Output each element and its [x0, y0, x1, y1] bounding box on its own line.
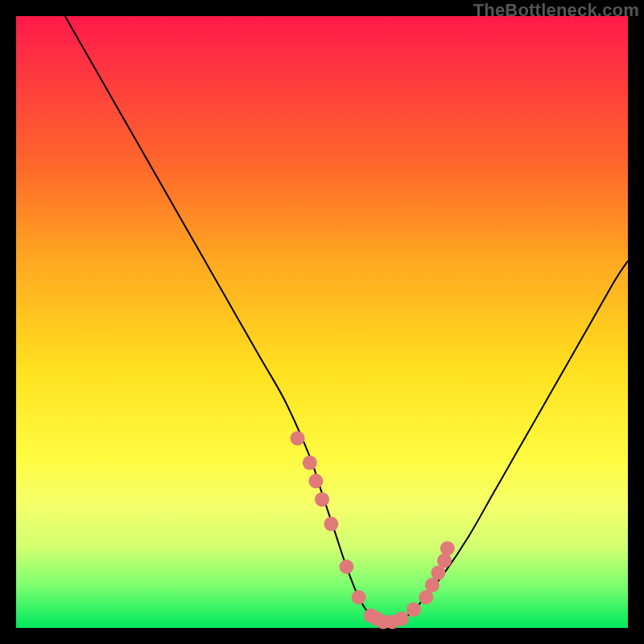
curve-marker — [407, 602, 421, 617]
curve-marker — [352, 590, 366, 605]
markers-group — [291, 431, 455, 629]
curve-marker — [308, 474, 323, 489]
curve-marker — [437, 553, 452, 568]
curve-marker — [303, 456, 317, 470]
curve-marker — [339, 559, 353, 574]
chart-svg — [16, 16, 628, 628]
chart-frame — [16, 16, 628, 628]
bottleneck-curve — [65, 16, 628, 622]
curve-marker — [440, 541, 455, 555]
curve-marker — [315, 492, 329, 506]
curve-marker — [394, 612, 409, 626]
curve-marker — [291, 431, 305, 445]
curve-marker — [324, 517, 338, 531]
watermark-text: TheBottleneck.com — [473, 0, 639, 21]
